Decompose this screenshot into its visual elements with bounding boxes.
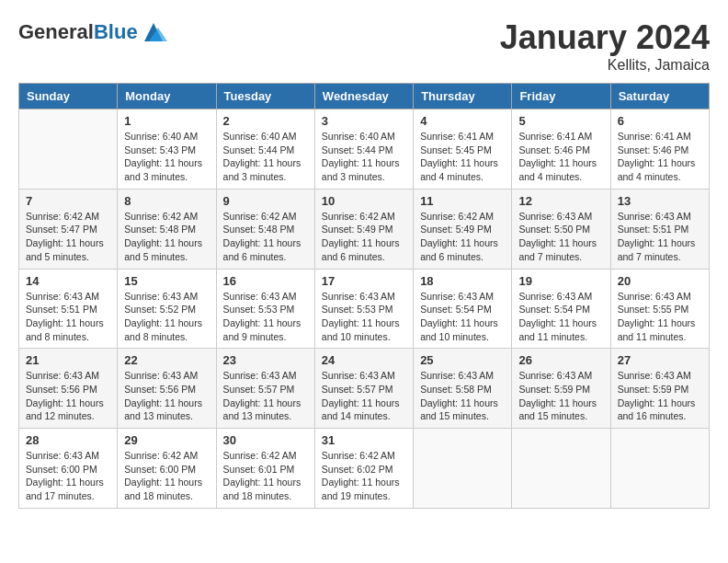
day-info: Sunrise: 6:43 AMSunset: 6:00 PMDaylight:… [26, 449, 110, 503]
day-number: 13 [618, 194, 702, 208]
calendar-cell: 8Sunrise: 6:42 AMSunset: 5:48 PMDaylight… [118, 189, 216, 269]
day-info: Sunrise: 6:43 AMSunset: 5:56 PMDaylight:… [26, 369, 110, 423]
calendar-cell: 14Sunrise: 6:43 AMSunset: 5:51 PMDayligh… [19, 269, 118, 349]
logo-blue: Blue [94, 20, 138, 43]
month-title: January 2024 [500, 18, 710, 57]
calendar-week-2: 14Sunrise: 6:43 AMSunset: 5:51 PMDayligh… [19, 269, 710, 349]
header-cell-friday: Friday [512, 84, 610, 109]
day-number: 17 [322, 274, 406, 288]
calendar-cell: 3Sunrise: 6:40 AMSunset: 5:44 PMDaylight… [314, 109, 413, 190]
calendar-cell: 25Sunrise: 6:43 AMSunset: 5:58 PMDayligh… [414, 349, 512, 429]
calendar-cell: 16Sunrise: 6:43 AMSunset: 5:53 PMDayligh… [216, 269, 314, 349]
calendar-cell: 15Sunrise: 6:43 AMSunset: 5:52 PMDayligh… [118, 269, 216, 349]
day-number: 20 [618, 274, 702, 288]
calendar-cell [610, 429, 709, 509]
day-info: Sunrise: 6:43 AMSunset: 5:59 PMDaylight:… [618, 369, 702, 423]
day-info: Sunrise: 6:42 AMSunset: 5:49 PMDaylight:… [420, 210, 505, 264]
header-cell-wednesday: Wednesday [314, 84, 413, 109]
day-info: Sunrise: 6:43 AMSunset: 5:50 PMDaylight:… [518, 210, 603, 264]
calendar-cell: 7Sunrise: 6:42 AMSunset: 5:47 PMDaylight… [19, 189, 118, 269]
calendar-cell: 27Sunrise: 6:43 AMSunset: 5:59 PMDayligh… [610, 349, 709, 429]
day-number: 23 [223, 353, 308, 367]
day-number: 9 [223, 194, 308, 208]
day-number: 18 [420, 274, 505, 288]
day-info: Sunrise: 6:43 AMSunset: 5:51 PMDaylight:… [26, 290, 110, 344]
calendar-body: 1Sunrise: 6:40 AMSunset: 5:43 PMDaylight… [19, 109, 710, 509]
day-number: 30 [223, 433, 308, 447]
day-info: Sunrise: 6:41 AMSunset: 5:46 PMDaylight:… [518, 130, 603, 184]
day-number: 12 [518, 194, 603, 208]
day-number: 29 [124, 433, 209, 447]
day-info: Sunrise: 6:40 AMSunset: 5:43 PMDaylight:… [124, 130, 209, 184]
day-number: 21 [26, 353, 110, 367]
day-number: 6 [618, 114, 702, 128]
calendar-cell [512, 429, 610, 509]
day-number: 27 [618, 353, 702, 367]
calendar-cell: 24Sunrise: 6:43 AMSunset: 5:57 PMDayligh… [314, 349, 413, 429]
calendar-cell: 6Sunrise: 6:41 AMSunset: 5:46 PMDaylight… [610, 109, 709, 190]
calendar-cell: 19Sunrise: 6:43 AMSunset: 5:54 PMDayligh… [512, 269, 610, 349]
day-info: Sunrise: 6:42 AMSunset: 6:02 PMDaylight:… [322, 449, 406, 503]
day-number: 10 [322, 194, 406, 208]
day-number: 16 [223, 274, 308, 288]
day-info: Sunrise: 6:43 AMSunset: 5:55 PMDaylight:… [618, 290, 702, 344]
calendar-table: SundayMondayTuesdayWednesdayThursdayFrid… [18, 83, 710, 509]
title-section: January 2024 Kellits, Jamaica [500, 18, 710, 74]
calendar-cell [414, 429, 512, 509]
calendar-cell: 4Sunrise: 6:41 AMSunset: 5:45 PMDaylight… [414, 109, 512, 190]
calendar-cell: 13Sunrise: 6:43 AMSunset: 5:51 PMDayligh… [610, 189, 709, 269]
day-info: Sunrise: 6:43 AMSunset: 5:57 PMDaylight:… [322, 369, 406, 423]
calendar-cell: 12Sunrise: 6:43 AMSunset: 5:50 PMDayligh… [512, 189, 610, 269]
calendar-cell [19, 109, 118, 190]
calendar-week-4: 28Sunrise: 6:43 AMSunset: 6:00 PMDayligh… [19, 429, 710, 509]
day-number: 11 [420, 194, 505, 208]
header-cell-monday: Monday [118, 84, 216, 109]
calendar-header: SundayMondayTuesdayWednesdayThursdayFrid… [19, 84, 710, 109]
day-info: Sunrise: 6:41 AMSunset: 5:46 PMDaylight:… [618, 130, 702, 184]
day-number: 24 [322, 353, 406, 367]
day-info: Sunrise: 6:43 AMSunset: 5:51 PMDaylight:… [618, 210, 702, 264]
header-cell-sunday: Sunday [19, 84, 118, 109]
calendar-week-3: 21Sunrise: 6:43 AMSunset: 5:56 PMDayligh… [19, 349, 710, 429]
day-number: 25 [420, 353, 505, 367]
day-info: Sunrise: 6:42 AMSunset: 6:01 PMDaylight:… [223, 449, 308, 503]
calendar-cell: 28Sunrise: 6:43 AMSunset: 6:00 PMDayligh… [19, 429, 118, 509]
day-info: Sunrise: 6:43 AMSunset: 5:52 PMDaylight:… [124, 290, 209, 344]
day-number: 26 [518, 353, 603, 367]
day-info: Sunrise: 6:40 AMSunset: 5:44 PMDaylight:… [322, 130, 406, 184]
day-number: 19 [518, 274, 603, 288]
calendar-week-1: 7Sunrise: 6:42 AMSunset: 5:47 PMDaylight… [19, 189, 710, 269]
day-number: 28 [26, 433, 110, 447]
day-info: Sunrise: 6:43 AMSunset: 5:54 PMDaylight:… [420, 290, 505, 344]
calendar-cell: 18Sunrise: 6:43 AMSunset: 5:54 PMDayligh… [414, 269, 512, 349]
day-info: Sunrise: 6:42 AMSunset: 5:49 PMDaylight:… [322, 210, 406, 264]
header-cell-tuesday: Tuesday [216, 84, 314, 109]
day-info: Sunrise: 6:43 AMSunset: 5:56 PMDaylight:… [124, 369, 209, 423]
calendar-cell: 23Sunrise: 6:43 AMSunset: 5:57 PMDayligh… [216, 349, 314, 429]
day-number: 1 [124, 114, 209, 128]
day-number: 15 [124, 274, 209, 288]
calendar-cell: 31Sunrise: 6:42 AMSunset: 6:02 PMDayligh… [314, 429, 413, 509]
calendar-cell: 1Sunrise: 6:40 AMSunset: 5:43 PMDaylight… [118, 109, 216, 190]
day-info: Sunrise: 6:43 AMSunset: 5:59 PMDaylight:… [518, 369, 603, 423]
day-number: 22 [124, 353, 209, 367]
day-info: Sunrise: 6:43 AMSunset: 5:53 PMDaylight:… [322, 290, 406, 344]
calendar-cell: 30Sunrise: 6:42 AMSunset: 6:01 PMDayligh… [216, 429, 314, 509]
location-title: Kellits, Jamaica [500, 57, 710, 74]
logo: GeneralBlue [18, 18, 167, 46]
day-info: Sunrise: 6:43 AMSunset: 5:53 PMDaylight:… [223, 290, 308, 344]
calendar-cell: 2Sunrise: 6:40 AMSunset: 5:44 PMDaylight… [216, 109, 314, 190]
day-info: Sunrise: 6:43 AMSunset: 5:57 PMDaylight:… [223, 369, 308, 423]
logo-general: General [18, 20, 94, 43]
calendar-cell: 29Sunrise: 6:42 AMSunset: 6:00 PMDayligh… [118, 429, 216, 509]
calendar-cell: 11Sunrise: 6:42 AMSunset: 5:49 PMDayligh… [414, 189, 512, 269]
day-info: Sunrise: 6:43 AMSunset: 5:58 PMDaylight:… [420, 369, 505, 423]
day-number: 3 [322, 114, 406, 128]
calendar-cell: 26Sunrise: 6:43 AMSunset: 5:59 PMDayligh… [512, 349, 610, 429]
calendar-cell: 22Sunrise: 6:43 AMSunset: 5:56 PMDayligh… [118, 349, 216, 429]
day-info: Sunrise: 6:42 AMSunset: 5:48 PMDaylight:… [124, 210, 209, 264]
page-header: GeneralBlue January 2024 Kellits, Jamaic… [18, 18, 710, 74]
calendar-cell: 17Sunrise: 6:43 AMSunset: 5:53 PMDayligh… [314, 269, 413, 349]
calendar-cell: 21Sunrise: 6:43 AMSunset: 5:56 PMDayligh… [19, 349, 118, 429]
day-number: 8 [124, 194, 209, 208]
